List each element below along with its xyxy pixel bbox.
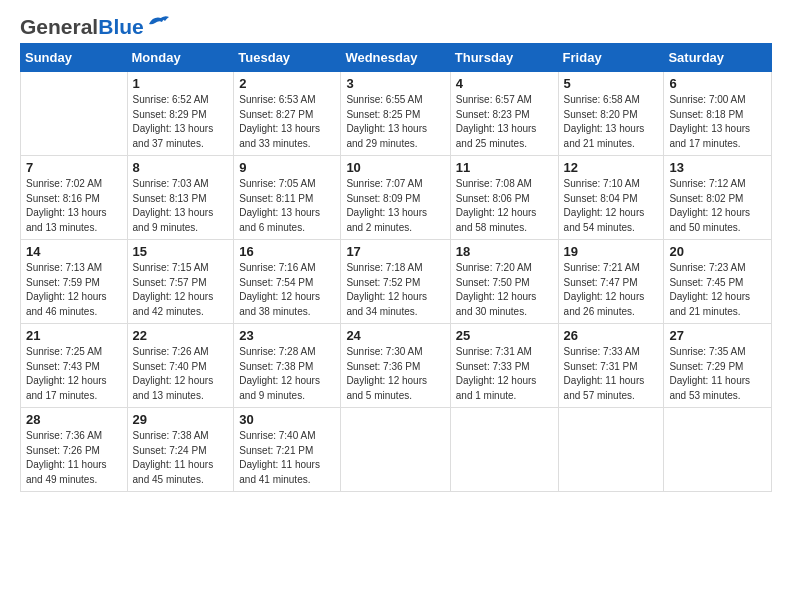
calendar-cell: 27Sunrise: 7:35 AM Sunset: 7:29 PM Dayli… (664, 324, 772, 408)
calendar-cell: 9Sunrise: 7:05 AM Sunset: 8:11 PM Daylig… (234, 156, 341, 240)
calendar-cell: 13Sunrise: 7:12 AM Sunset: 8:02 PM Dayli… (664, 156, 772, 240)
calendar-cell (558, 408, 664, 492)
day-info: Sunrise: 7:40 AM Sunset: 7:21 PM Dayligh… (239, 429, 335, 487)
day-number: 7 (26, 160, 122, 175)
logo-blue-text: Blue (98, 15, 144, 38)
calendar-cell: 19Sunrise: 7:21 AM Sunset: 7:47 PM Dayli… (558, 240, 664, 324)
col-header-wednesday: Wednesday (341, 44, 450, 72)
day-number: 18 (456, 244, 553, 259)
day-number: 6 (669, 76, 766, 91)
col-header-thursday: Thursday (450, 44, 558, 72)
calendar-cell: 23Sunrise: 7:28 AM Sunset: 7:38 PM Dayli… (234, 324, 341, 408)
day-number: 30 (239, 412, 335, 427)
day-info: Sunrise: 7:23 AM Sunset: 7:45 PM Dayligh… (669, 261, 766, 319)
week-row-5: 28Sunrise: 7:36 AM Sunset: 7:26 PM Dayli… (21, 408, 772, 492)
calendar-cell: 4Sunrise: 6:57 AM Sunset: 8:23 PM Daylig… (450, 72, 558, 156)
day-info: Sunrise: 6:57 AM Sunset: 8:23 PM Dayligh… (456, 93, 553, 151)
calendar-cell (21, 72, 128, 156)
calendar-cell (341, 408, 450, 492)
day-number: 1 (133, 76, 229, 91)
calendar-cell: 12Sunrise: 7:10 AM Sunset: 8:04 PM Dayli… (558, 156, 664, 240)
calendar-cell: 14Sunrise: 7:13 AM Sunset: 7:59 PM Dayli… (21, 240, 128, 324)
day-info: Sunrise: 7:20 AM Sunset: 7:50 PM Dayligh… (456, 261, 553, 319)
day-number: 4 (456, 76, 553, 91)
logo-general-text: General (20, 15, 98, 38)
calendar-cell: 30Sunrise: 7:40 AM Sunset: 7:21 PM Dayli… (234, 408, 341, 492)
calendar-cell: 2Sunrise: 6:53 AM Sunset: 8:27 PM Daylig… (234, 72, 341, 156)
day-info: Sunrise: 7:05 AM Sunset: 8:11 PM Dayligh… (239, 177, 335, 235)
day-number: 15 (133, 244, 229, 259)
week-row-2: 7Sunrise: 7:02 AM Sunset: 8:16 PM Daylig… (21, 156, 772, 240)
day-info: Sunrise: 7:03 AM Sunset: 8:13 PM Dayligh… (133, 177, 229, 235)
calendar-cell: 22Sunrise: 7:26 AM Sunset: 7:40 PM Dayli… (127, 324, 234, 408)
day-number: 14 (26, 244, 122, 259)
day-info: Sunrise: 7:36 AM Sunset: 7:26 PM Dayligh… (26, 429, 122, 487)
day-info: Sunrise: 6:58 AM Sunset: 8:20 PM Dayligh… (564, 93, 659, 151)
day-number: 27 (669, 328, 766, 343)
week-row-4: 21Sunrise: 7:25 AM Sunset: 7:43 PM Dayli… (21, 324, 772, 408)
day-info: Sunrise: 7:28 AM Sunset: 7:38 PM Dayligh… (239, 345, 335, 403)
day-info: Sunrise: 7:16 AM Sunset: 7:54 PM Dayligh… (239, 261, 335, 319)
day-number: 11 (456, 160, 553, 175)
day-number: 28 (26, 412, 122, 427)
day-info: Sunrise: 7:21 AM Sunset: 7:47 PM Dayligh… (564, 261, 659, 319)
header: GeneralBlue (20, 16, 772, 37)
col-header-tuesday: Tuesday (234, 44, 341, 72)
day-info: Sunrise: 7:10 AM Sunset: 8:04 PM Dayligh… (564, 177, 659, 235)
calendar-cell: 17Sunrise: 7:18 AM Sunset: 7:52 PM Dayli… (341, 240, 450, 324)
day-number: 19 (564, 244, 659, 259)
calendar-cell: 24Sunrise: 7:30 AM Sunset: 7:36 PM Dayli… (341, 324, 450, 408)
day-info: Sunrise: 6:52 AM Sunset: 8:29 PM Dayligh… (133, 93, 229, 151)
calendar-cell: 7Sunrise: 7:02 AM Sunset: 8:16 PM Daylig… (21, 156, 128, 240)
day-info: Sunrise: 7:30 AM Sunset: 7:36 PM Dayligh… (346, 345, 444, 403)
logo-bird-icon (147, 14, 169, 36)
day-number: 21 (26, 328, 122, 343)
calendar-cell (450, 408, 558, 492)
logo: GeneralBlue (20, 16, 169, 37)
page: GeneralBlue SundayMondayTuesdayWednesday… (0, 0, 792, 612)
col-header-sunday: Sunday (21, 44, 128, 72)
day-info: Sunrise: 7:00 AM Sunset: 8:18 PM Dayligh… (669, 93, 766, 151)
day-number: 9 (239, 160, 335, 175)
col-header-monday: Monday (127, 44, 234, 72)
calendar-cell: 28Sunrise: 7:36 AM Sunset: 7:26 PM Dayli… (21, 408, 128, 492)
calendar-cell: 6Sunrise: 7:00 AM Sunset: 8:18 PM Daylig… (664, 72, 772, 156)
col-header-saturday: Saturday (664, 44, 772, 72)
day-info: Sunrise: 7:26 AM Sunset: 7:40 PM Dayligh… (133, 345, 229, 403)
day-number: 5 (564, 76, 659, 91)
day-info: Sunrise: 7:15 AM Sunset: 7:57 PM Dayligh… (133, 261, 229, 319)
calendar-cell (664, 408, 772, 492)
calendar-cell: 16Sunrise: 7:16 AM Sunset: 7:54 PM Dayli… (234, 240, 341, 324)
day-number: 2 (239, 76, 335, 91)
calendar-cell: 3Sunrise: 6:55 AM Sunset: 8:25 PM Daylig… (341, 72, 450, 156)
calendar-cell: 26Sunrise: 7:33 AM Sunset: 7:31 PM Dayli… (558, 324, 664, 408)
day-info: Sunrise: 7:25 AM Sunset: 7:43 PM Dayligh… (26, 345, 122, 403)
calendar-cell: 21Sunrise: 7:25 AM Sunset: 7:43 PM Dayli… (21, 324, 128, 408)
day-number: 24 (346, 328, 444, 343)
day-info: Sunrise: 7:18 AM Sunset: 7:52 PM Dayligh… (346, 261, 444, 319)
day-info: Sunrise: 7:38 AM Sunset: 7:24 PM Dayligh… (133, 429, 229, 487)
day-number: 22 (133, 328, 229, 343)
calendar-cell: 18Sunrise: 7:20 AM Sunset: 7:50 PM Dayli… (450, 240, 558, 324)
calendar-header-row: SundayMondayTuesdayWednesdayThursdayFrid… (21, 44, 772, 72)
day-info: Sunrise: 6:53 AM Sunset: 8:27 PM Dayligh… (239, 93, 335, 151)
day-info: Sunrise: 7:12 AM Sunset: 8:02 PM Dayligh… (669, 177, 766, 235)
day-info: Sunrise: 7:08 AM Sunset: 8:06 PM Dayligh… (456, 177, 553, 235)
day-number: 10 (346, 160, 444, 175)
day-number: 12 (564, 160, 659, 175)
day-number: 20 (669, 244, 766, 259)
day-info: Sunrise: 7:33 AM Sunset: 7:31 PM Dayligh… (564, 345, 659, 403)
week-row-1: 1Sunrise: 6:52 AM Sunset: 8:29 PM Daylig… (21, 72, 772, 156)
calendar-cell: 25Sunrise: 7:31 AM Sunset: 7:33 PM Dayli… (450, 324, 558, 408)
day-number: 16 (239, 244, 335, 259)
calendar-cell: 1Sunrise: 6:52 AM Sunset: 8:29 PM Daylig… (127, 72, 234, 156)
col-header-friday: Friday (558, 44, 664, 72)
day-number: 29 (133, 412, 229, 427)
calendar-cell: 11Sunrise: 7:08 AM Sunset: 8:06 PM Dayli… (450, 156, 558, 240)
day-number: 13 (669, 160, 766, 175)
day-info: Sunrise: 7:31 AM Sunset: 7:33 PM Dayligh… (456, 345, 553, 403)
day-info: Sunrise: 7:02 AM Sunset: 8:16 PM Dayligh… (26, 177, 122, 235)
calendar-cell: 29Sunrise: 7:38 AM Sunset: 7:24 PM Dayli… (127, 408, 234, 492)
day-number: 8 (133, 160, 229, 175)
calendar-cell: 20Sunrise: 7:23 AM Sunset: 7:45 PM Dayli… (664, 240, 772, 324)
